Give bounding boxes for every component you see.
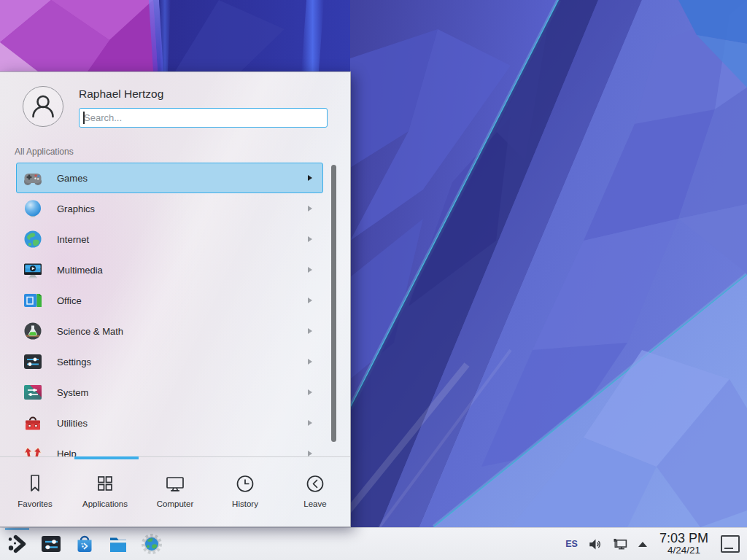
category-label: Utilities bbox=[57, 418, 88, 429]
category-multimedia[interactable]: Multimedia bbox=[16, 254, 323, 285]
tab-applications[interactable]: Applications bbox=[70, 461, 140, 526]
clock-date: 4/24/21 bbox=[659, 545, 708, 556]
digital-clock[interactable]: 7:03 PM 4/24/21 bbox=[659, 532, 708, 556]
tab-label: Applications bbox=[82, 499, 128, 508]
category-settings[interactable]: Settings bbox=[16, 346, 323, 377]
web-settings-button[interactable] bbox=[140, 532, 163, 556]
help-icon bbox=[23, 444, 42, 456]
user-avatar[interactable] bbox=[23, 86, 63, 127]
category-label: Help bbox=[57, 448, 77, 457]
application-launcher-menu: Raphael Hertzog All Applications Games bbox=[0, 71, 351, 527]
keyboard-layout-indicator[interactable]: ES bbox=[565, 539, 578, 549]
gamepad-icon bbox=[23, 168, 42, 187]
category-label: Games bbox=[57, 173, 88, 184]
globe-icon bbox=[23, 230, 42, 249]
submenu-arrow-icon bbox=[308, 389, 312, 395]
folder-icon bbox=[107, 532, 130, 556]
bookmark-icon bbox=[24, 472, 46, 494]
clock-time: 7:03 PM bbox=[659, 532, 708, 545]
category-system[interactable]: System bbox=[16, 377, 323, 408]
category-office[interactable]: Office bbox=[16, 285, 323, 316]
section-label: All Applications bbox=[15, 147, 74, 157]
show-desktop-button[interactable] bbox=[721, 535, 740, 553]
leave-icon bbox=[304, 472, 326, 494]
category-label: Graphics bbox=[57, 203, 95, 214]
grid-icon bbox=[94, 472, 116, 494]
tab-label: History bbox=[232, 499, 258, 508]
category-internet[interactable]: Internet bbox=[16, 224, 323, 254]
category-label: Settings bbox=[57, 357, 91, 368]
category-label: Internet bbox=[57, 234, 89, 245]
tab-history[interactable]: History bbox=[210, 461, 280, 526]
system-tray: ES 7:03 PM 4/24/21 bbox=[565, 528, 747, 560]
discover-bag-icon bbox=[73, 532, 96, 556]
launcher-open-indicator bbox=[5, 528, 29, 530]
expand-tray-arrow-icon[interactable] bbox=[638, 542, 647, 547]
submenu-arrow-icon bbox=[308, 298, 312, 303]
sphere-icon bbox=[23, 199, 42, 218]
globe-gear-icon bbox=[140, 532, 163, 556]
submenu-arrow-icon bbox=[308, 451, 312, 456]
taskbar-panel: ES 7:03 PM 4/24/21 bbox=[0, 527, 747, 560]
category-utilities[interactable]: Utilities bbox=[16, 408, 323, 438]
search-field[interactable] bbox=[79, 108, 328, 128]
submenu-arrow-icon bbox=[308, 420, 312, 426]
file-manager-button[interactable] bbox=[107, 532, 130, 556]
tabbar-separator bbox=[0, 456, 350, 457]
search-input[interactable] bbox=[79, 108, 328, 128]
submenu-arrow-icon bbox=[308, 328, 312, 334]
tab-label: Computer bbox=[157, 499, 194, 508]
tab-favorites[interactable]: Favorites bbox=[0, 461, 70, 526]
category-games[interactable]: Games bbox=[16, 163, 323, 193]
system-icon bbox=[23, 383, 42, 402]
category-label: Office bbox=[57, 295, 82, 306]
volume-icon[interactable] bbox=[587, 537, 603, 552]
sliders-icon bbox=[23, 352, 42, 371]
user-name: Raphael Hertzog bbox=[79, 88, 163, 101]
category-label: Multimedia bbox=[57, 265, 103, 276]
network-icon[interactable] bbox=[612, 536, 629, 553]
category-help[interactable]: Help bbox=[16, 438, 323, 456]
launcher-tabbar: Favorites Applications Computer bbox=[0, 461, 350, 526]
submenu-arrow-icon bbox=[308, 206, 312, 211]
submenu-arrow-icon bbox=[308, 175, 312, 181]
desktop: Raphael Hertzog All Applications Games bbox=[0, 0, 747, 560]
category-label: Science & Math bbox=[57, 326, 123, 337]
flask-icon bbox=[23, 322, 42, 341]
taskbar-launchers bbox=[6, 528, 163, 560]
tab-computer[interactable]: Computer bbox=[140, 461, 210, 526]
app-launcher-button[interactable] bbox=[6, 532, 29, 556]
submenu-arrow-icon bbox=[308, 236, 312, 242]
document-icon bbox=[23, 291, 42, 310]
show-desktop-glyph bbox=[724, 548, 733, 550]
discover-button[interactable] bbox=[73, 532, 96, 556]
category-science-math[interactable]: Science & Math bbox=[16, 316, 323, 346]
toolbox-icon bbox=[23, 413, 42, 432]
system-settings-button[interactable] bbox=[39, 532, 63, 556]
tab-leave[interactable]: Leave bbox=[280, 461, 350, 526]
submenu-arrow-icon bbox=[308, 359, 312, 365]
kde-launcher-icon bbox=[6, 532, 29, 556]
text-cursor bbox=[83, 112, 85, 124]
clock-icon bbox=[234, 472, 256, 494]
category-graphics[interactable]: Graphics bbox=[16, 193, 323, 224]
tab-label: Leave bbox=[303, 499, 326, 508]
active-tab-indicator bbox=[74, 456, 139, 459]
tab-label: Favorites bbox=[18, 499, 52, 508]
category-list: Games Graphics bbox=[16, 163, 323, 456]
media-player-icon bbox=[23, 260, 42, 279]
list-scrollbar[interactable] bbox=[331, 165, 336, 442]
submenu-arrow-icon bbox=[308, 267, 312, 273]
system-settings-icon bbox=[39, 532, 63, 556]
category-label: System bbox=[57, 387, 88, 398]
monitor-icon bbox=[164, 472, 186, 494]
